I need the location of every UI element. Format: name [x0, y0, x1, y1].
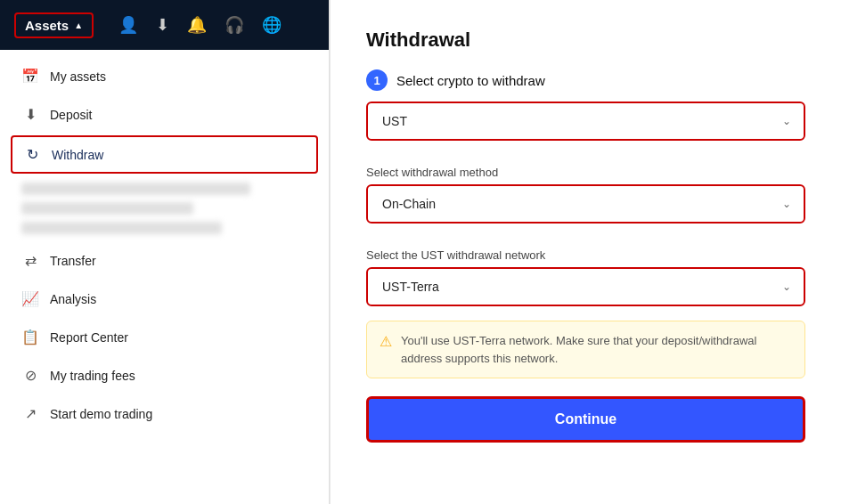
download-icon[interactable]: ⬇ [156, 15, 169, 35]
crypto-select[interactable]: UST BTC ETH [368, 103, 804, 139]
report-icon: 📋 [21, 329, 39, 345]
sidebar-item-demo-trading[interactable]: ↗ Start demo trading [0, 394, 329, 433]
network-select-wrapper: UST-Terra ERC20 TRC20 ⌄ [366, 267, 805, 306]
globe-icon[interactable]: 🌐 [262, 15, 282, 35]
sidebar-item-withdraw[interactable]: ↻ Withdraw [11, 135, 318, 174]
blurred-row [21, 202, 193, 215]
blurred-content [0, 175, 329, 241]
warning-text: You'll use UST-Terra network. Make sure … [401, 332, 792, 367]
sidebar-item-label: Analysis [50, 292, 96, 306]
demo-icon: ↗ [21, 405, 39, 422]
assets-menu-button[interactable]: Assets ▲ [14, 12, 94, 38]
sidebar-item-my-assets[interactable]: 📅 My assets [0, 57, 329, 95]
warning-box: ⚠ You'll use UST-Terra network. Make sur… [366, 321, 805, 378]
crypto-select-wrapper: UST BTC ETH ⌄ [366, 102, 805, 141]
sidebar-item-label: Withdraw [52, 148, 103, 162]
sidebar-item-label: My assets [50, 69, 106, 84]
step-label: 1 Select crypto to withdraw [366, 69, 805, 91]
nav-icons: 👤 ⬇ 🔔 🎧 🌐 [118, 15, 282, 35]
withdraw-icon: ↻ [23, 146, 41, 163]
profile-icon[interactable]: 👤 [118, 15, 138, 35]
network-label: Select the UST withdrawal network [366, 248, 805, 262]
page-title: Withdrawal [366, 28, 805, 52]
warning-icon: ⚠ [380, 333, 392, 350]
chevron-up-icon: ▲ [74, 20, 83, 30]
sidebar-item-label: Start demo trading [50, 407, 152, 421]
sidebar-item-label: My trading fees [50, 369, 135, 383]
network-select[interactable]: UST-Terra ERC20 TRC20 [368, 269, 804, 305]
method-select[interactable]: On-Chain Internal Transfer [368, 186, 804, 222]
sidebar-item-transfer[interactable]: ⇄ Transfer [0, 241, 329, 280]
method-select-wrapper: On-Chain Internal Transfer ⌄ [366, 184, 805, 224]
fees-icon: ⊘ [21, 367, 39, 384]
left-panel: Assets ▲ 👤 ⬇ 🔔 🎧 🌐 📅 My assets ⬇ Deposit… [0, 0, 330, 504]
analysis-icon: 📈 [21, 290, 39, 307]
continue-button[interactable]: Continue [366, 396, 805, 443]
step-description: Select crypto to withdraw [396, 73, 545, 88]
sidebar-item-trading-fees[interactable]: ⊘ My trading fees [0, 356, 329, 394]
blurred-row [21, 183, 250, 195]
navbar: Assets ▲ 👤 ⬇ 🔔 🎧 🌐 [0, 0, 329, 50]
sidebar-item-label: Deposit [50, 108, 92, 122]
bell-icon[interactable]: 🔔 [187, 15, 207, 35]
headset-icon[interactable]: 🎧 [225, 15, 244, 35]
sidebar-item-label: Transfer [50, 254, 96, 268]
sidebar-item-analysis[interactable]: 📈 Analysis [0, 280, 329, 318]
sidebar-item-report-center[interactable]: 📋 Report Center [0, 318, 329, 356]
assets-label: Assets [25, 18, 69, 33]
sidebar-item-deposit[interactable]: ⬇ Deposit [0, 95, 329, 134]
deposit-icon: ⬇ [21, 106, 39, 123]
transfer-icon: ⇄ [21, 252, 39, 269]
step-circle: 1 [366, 69, 388, 91]
my-assets-icon: 📅 [21, 68, 39, 85]
menu-list: 📅 My assets ⬇ Deposit ↻ Withdraw ⇄ Trans… [0, 50, 329, 504]
blurred-row [21, 222, 222, 234]
withdrawal-panel: Withdrawal 1 Select crypto to withdraw U… [330, 0, 841, 504]
sidebar-item-label: Report Center [50, 330, 128, 345]
method-label: Select withdrawal method [366, 166, 805, 179]
